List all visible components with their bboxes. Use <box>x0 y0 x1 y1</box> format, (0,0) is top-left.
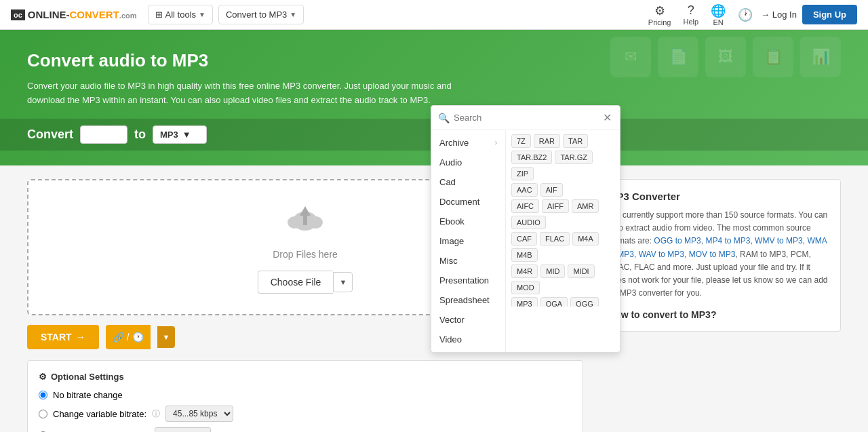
category-item-presentation[interactable]: Presentation <box>431 271 505 290</box>
variable-bitrate-select[interactable]: 45...85 kbps <box>165 406 233 422</box>
format-tag-caf[interactable]: CAF <box>511 232 537 246</box>
chevron-down-icon: ▼ <box>163 333 170 341</box>
logo-text: ONLINE-CONVERT.com <box>28 9 137 20</box>
format-tag-tar[interactable]: TAR <box>563 134 588 148</box>
category-item-spreadsheet[interactable]: Spreadsheet <box>431 290 505 310</box>
header: oc ONLINE-CONVERT.com ⊞ All tools ▼ Conv… <box>0 0 868 30</box>
category-item-image[interactable]: Image <box>431 231 505 251</box>
info-box: MP3 Converter We currently support more … <box>597 179 841 332</box>
format-tag-m4a[interactable]: M4A <box>572 232 599 246</box>
info-icon: ⓘ <box>152 408 160 420</box>
category-item-vector[interactable]: Vector <box>431 310 505 330</box>
format-tag-7z[interactable]: 7Z <box>511 134 531 148</box>
url-button[interactable]: 🔗 / 🕐 <box>106 325 151 349</box>
category-item-cad[interactable]: Cad <box>431 172 505 192</box>
format-tag-aifc[interactable]: AIFC <box>511 199 539 213</box>
format-tag-oga[interactable]: OGA <box>540 297 568 307</box>
chevron-right-icon: › <box>495 139 497 146</box>
dropdown-search-input[interactable] <box>454 113 597 123</box>
format-tag-mod[interactable]: MOD <box>511 281 540 294</box>
svg-marker-3 <box>300 206 311 216</box>
upload-icon <box>285 201 326 242</box>
gear-icon: ⚙ <box>39 372 47 382</box>
link-wmv[interactable]: WMV to MP3 <box>755 236 803 246</box>
format-tag-aiff[interactable]: AIFF <box>542 199 569 213</box>
dropdown-categories: Archive›AudioCadDocumentEbookImageMiscPr… <box>431 130 506 352</box>
logo[interactable]: oc ONLINE-CONVERT.com <box>11 9 137 20</box>
help-nav[interactable]: ? Help <box>683 3 698 26</box>
lang-nav[interactable]: 🌐 EN <box>711 3 726 26</box>
all-tools-button[interactable]: ⊞ All tools ▼ <box>148 5 213 24</box>
variable-bitrate-label: Change variable bitrate: <box>53 409 146 419</box>
dropdown-search-row: 🔍 ✕ <box>431 106 620 130</box>
variable-bitrate-row: Change variable bitrate: ⓘ 45...85 kbps <box>39 406 572 422</box>
archive-formats-row: 7ZRARTARTAR.BZ2TAR.GZZIP <box>511 134 614 180</box>
choose-file-dropdown-button[interactable]: ▼ <box>333 272 353 292</box>
start-button[interactable]: START → <box>27 325 99 349</box>
dropdown-body: Archive›AudioCadDocumentEbookImageMiscPr… <box>431 130 620 352</box>
choose-file-row: Choose File ▼ <box>258 271 353 294</box>
format-tag-aif[interactable]: AIF <box>540 183 563 197</box>
constant-bitrate-row: Change constant bitrate: 192 kbps <box>39 427 572 432</box>
category-item-audio[interactable]: Audio <box>431 153 505 172</box>
dropdown-close-button[interactable]: ✕ <box>601 111 613 124</box>
doc-bg-icon: 📄 <box>658 37 698 77</box>
link-mov[interactable]: MOV to MP3 <box>689 250 736 259</box>
format-tag-mid[interactable]: MID <box>540 264 565 278</box>
dropdown-panel: 🔍 ✕ Archive›AudioCadDocumentEbookImageMi… <box>431 105 620 353</box>
link-ogg[interactable]: OGG to MP3 <box>654 236 701 246</box>
pdf-bg-icon: 📋 <box>753 37 793 77</box>
format-tag-tar.gz[interactable]: TAR.GZ <box>555 151 593 164</box>
format-tag-audio[interactable]: AUDIO <box>511 216 546 229</box>
clock-icon: 🕐 <box>132 332 144 342</box>
login-button[interactable]: → Log In <box>761 9 797 20</box>
hero-bg-icons: ✉ 📄 🖼 📋 📊 <box>610 37 841 77</box>
format-tag-midi[interactable]: MIDI <box>568 264 594 278</box>
convert-to-format[interactable]: MP3 ▼ <box>153 125 207 144</box>
category-item-archive[interactable]: Archive› <box>431 133 505 153</box>
category-item-misc[interactable]: Misc <box>431 251 505 271</box>
link-icon: 🔗 <box>113 332 124 342</box>
category-item-video[interactable]: Video <box>431 330 505 349</box>
format-tag-flac[interactable]: FLAC <box>540 232 570 246</box>
email-bg-icon: ✉ <box>610 37 651 77</box>
svg-point-2 <box>309 216 323 229</box>
variable-bitrate-radio[interactable] <box>39 410 47 418</box>
globe-icon: 🌐 <box>711 3 726 18</box>
format-tag-rar[interactable]: RAR <box>534 134 560 148</box>
convert-from-select[interactable]: ... ▼ <box>80 125 127 144</box>
svg-point-1 <box>288 216 301 229</box>
format-tag-ogg[interactable]: OGG <box>570 297 599 307</box>
format-tag-amr[interactable]: AMR <box>572 199 599 213</box>
link-mp4[interactable]: MP4 to MP3 <box>705 236 750 246</box>
pricing-nav[interactable]: ⚙ Pricing <box>648 3 671 26</box>
chevron-down-icon: ▼ <box>199 11 205 18</box>
link-wav[interactable]: WAV to MP3 <box>639 250 684 259</box>
category-item-ebook[interactable]: Ebook <box>431 212 505 231</box>
hero-description: Convert your audio file to MP3 in high q… <box>27 79 461 108</box>
format-tag-zip[interactable]: ZIP <box>511 167 534 180</box>
chart-bg-icon: 📊 <box>800 37 841 77</box>
arrow-right-icon: → <box>76 332 85 342</box>
choose-file-button[interactable]: Choose File <box>258 271 334 294</box>
category-item-document[interactable]: Document <box>431 192 505 212</box>
constant-bitrate-select[interactable]: 192 kbps <box>155 427 211 432</box>
optional-settings-title: ⚙ Optional Settings <box>39 372 572 382</box>
format-tag-m4b[interactable]: M4B <box>511 248 538 262</box>
header-icons: ⚙ Pricing ? Help 🌐 EN 🕐 <box>648 3 753 26</box>
pricing-icon: ⚙ <box>654 3 665 18</box>
signup-button[interactable]: Sign Up <box>802 5 857 24</box>
format-tag-tar.bz2[interactable]: TAR.BZ2 <box>511 151 552 164</box>
no-bitrate-radio[interactable] <box>39 391 47 399</box>
chevron-down-icon: ▼ <box>290 11 296 18</box>
url-button-dropdown[interactable]: ▼ <box>157 326 176 348</box>
format-tag-mp3[interactable]: MP3 <box>511 297 538 307</box>
info-panel: MP3 Converter We currently support more … <box>597 179 841 432</box>
history-nav[interactable]: 🕐 <box>738 7 753 22</box>
dropdown-formats: 7ZRARTARTAR.BZ2TAR.GZZIPAACAIFAIFCAIFFAM… <box>506 130 620 307</box>
format-tag-aac[interactable]: AAC <box>511 183 538 197</box>
convert-to-button[interactable]: Convert to MP3 ▼ <box>218 5 304 24</box>
svg-rect-4 <box>303 216 307 225</box>
hero-title: Convert audio to MP3 <box>27 50 461 71</box>
format-tag-m4r[interactable]: M4R <box>511 264 538 278</box>
